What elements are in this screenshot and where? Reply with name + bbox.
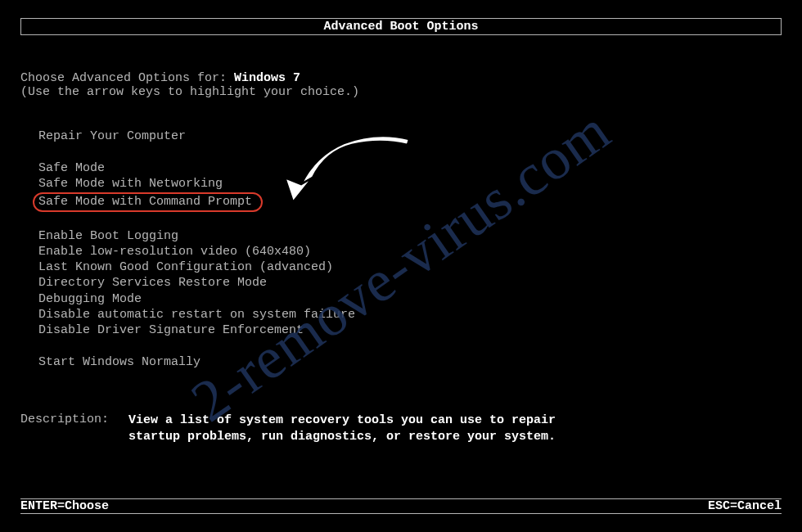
option-group-2: Safe Mode Safe Mode with Networking Safe… xyxy=(38,160,782,212)
footer-bar: ENTER=Choose ESC=Cancel xyxy=(20,498,782,514)
option-group-4: Start Windows Normally xyxy=(38,354,782,370)
highlighted-option: Safe Mode with Command Prompt xyxy=(33,192,263,212)
description-block: Description: View a list of system recov… xyxy=(20,413,782,444)
page-title: Advanced Boot Options xyxy=(323,20,478,34)
boot-options-screen: Advanced Boot Options Choose Advanced Op… xyxy=(0,0,802,532)
option-debugging[interactable]: Debugging Mode xyxy=(38,291,782,307)
option-boot-logging[interactable]: Enable Boot Logging xyxy=(38,228,782,244)
instructions-line2: (Use the arrow keys to highlight your ch… xyxy=(20,85,782,99)
footer-esc: ESC=Cancel xyxy=(708,499,782,513)
instructions-block: Choose Advanced Options for: Windows 7 (… xyxy=(20,71,782,99)
option-safe-mode-cmd[interactable]: Safe Mode with Command Prompt xyxy=(38,192,782,212)
option-start-normally[interactable]: Start Windows Normally xyxy=(38,354,782,370)
instructions-line1: Choose Advanced Options for: Windows 7 xyxy=(20,71,782,85)
os-name: Windows 7 xyxy=(234,71,300,85)
option-disable-sig[interactable]: Disable Driver Signature Enforcement xyxy=(38,322,782,338)
description-text: View a list of system recovery tools you… xyxy=(128,413,587,444)
option-safe-mode-networking[interactable]: Safe Mode with Networking xyxy=(38,176,782,192)
option-group-1: Repair Your Computer xyxy=(38,128,782,144)
option-last-known-good[interactable]: Last Known Good Configuration (advanced) xyxy=(38,259,782,275)
footer-enter: ENTER=Choose xyxy=(20,499,109,513)
option-group-3: Enable Boot Logging Enable low-resolutio… xyxy=(38,228,782,338)
description-label: Description: xyxy=(20,413,128,444)
option-ds-restore[interactable]: Directory Services Restore Mode xyxy=(38,275,782,291)
option-low-res[interactable]: Enable low-resolution video (640x480) xyxy=(38,244,782,259)
option-disable-restart[interactable]: Disable automatic restart on system fail… xyxy=(38,307,782,322)
options-list: Repair Your Computer Safe Mode Safe Mode… xyxy=(38,128,782,370)
option-safe-mode[interactable]: Safe Mode xyxy=(38,160,782,176)
option-repair[interactable]: Repair Your Computer xyxy=(38,128,782,144)
title-bar: Advanced Boot Options xyxy=(20,18,782,35)
